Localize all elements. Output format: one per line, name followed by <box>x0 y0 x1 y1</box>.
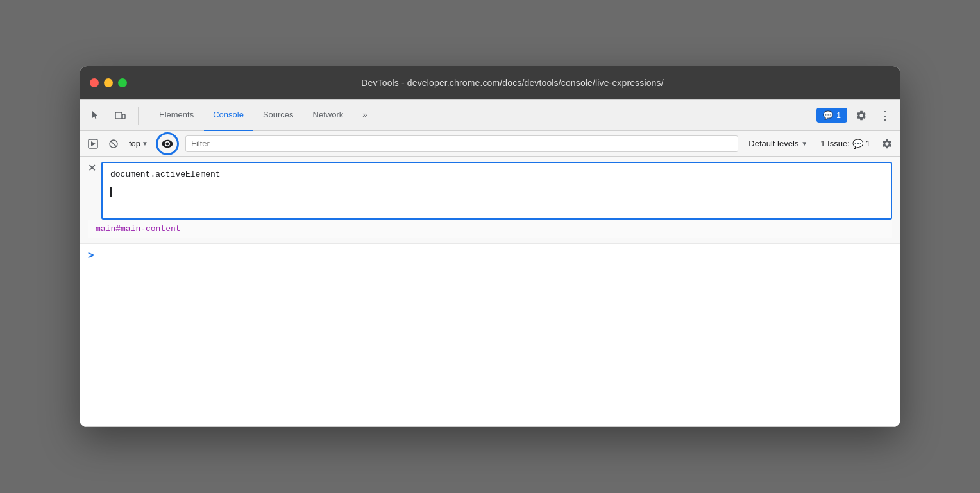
tabbar-icons <box>85 105 142 126</box>
svg-rect-0 <box>115 112 122 119</box>
issue-prefix: 1 Issue: <box>820 139 850 148</box>
svg-line-5 <box>111 141 117 146</box>
run-snippet-icon[interactable] <box>84 135 102 153</box>
live-expression-editor[interactable]: document.activeElement <box>101 162 892 220</box>
devtools-window: DevTools - developer.chrome.com/docs/dev… <box>80 66 900 427</box>
settings-icon[interactable] <box>851 105 872 126</box>
live-expression-header: ✕ document.activeElement <box>88 162 892 220</box>
console-gear-svg <box>881 138 893 150</box>
svg-marker-3 <box>91 141 96 146</box>
maximize-button[interactable] <box>118 78 127 87</box>
issue-count: 1 <box>866 139 870 148</box>
live-expression-result: main#main-content <box>88 220 892 238</box>
issue-chat-icon: 💬 <box>852 139 863 149</box>
traffic-lights <box>90 78 127 87</box>
tabbar: Elements Console Sources Network » 💬 1 <box>80 100 900 131</box>
tabbar-right: 💬 1 ⋮ <box>816 105 895 126</box>
console-settings-icon[interactable] <box>878 135 896 153</box>
prompt-arrow: > <box>88 250 94 261</box>
live-expressions-button[interactable] <box>156 132 179 155</box>
window-title: DevTools - developer.chrome.com/docs/dev… <box>135 78 890 88</box>
device-toggle-icon[interactable] <box>110 105 130 126</box>
clear-console-icon[interactable] <box>105 135 122 153</box>
context-label: top <box>129 139 140 148</box>
filter-input[interactable] <box>185 135 738 152</box>
log-levels-chevron: ▼ <box>801 140 807 147</box>
chevron-down-icon: ▼ <box>142 140 148 147</box>
tab-more[interactable]: » <box>353 100 376 131</box>
live-expression-code: document.activeElement <box>110 169 883 179</box>
text-cursor <box>110 187 112 197</box>
issue-indicator: 1 Issue: 💬 1 <box>815 137 875 151</box>
tab-divider <box>138 107 139 125</box>
console-toolbar: top ▼ Default levels ▼ 1 Issue: 💬 1 <box>80 131 900 157</box>
inspect-element-icon[interactable] <box>85 105 106 126</box>
close-button[interactable] <box>90 78 99 87</box>
context-selector[interactable]: top ▼ <box>125 137 152 150</box>
console-body: ✕ document.activeElement main#main-conte… <box>80 157 900 426</box>
tab-network[interactable]: Network <box>304 100 353 131</box>
devtools-container: Elements Console Sources Network » 💬 1 <box>80 99 900 427</box>
cursor-line <box>110 187 883 197</box>
chat-icon: 💬 <box>823 110 833 120</box>
console-input-row[interactable]: > <box>80 243 900 267</box>
close-expression-button[interactable]: ✕ <box>88 163 96 173</box>
console-input[interactable] <box>99 249 892 262</box>
svg-rect-1 <box>122 114 125 119</box>
tab-console[interactable]: Console <box>204 100 253 131</box>
issues-badge[interactable]: 💬 1 <box>816 108 847 123</box>
tab-elements[interactable]: Elements <box>150 100 203 131</box>
more-menu-icon[interactable]: ⋮ <box>875 106 895 125</box>
tab-sources[interactable]: Sources <box>254 100 303 131</box>
gear-svg <box>856 110 867 121</box>
log-levels-selector[interactable]: Default levels ▼ <box>743 137 813 150</box>
titlebar: DevTools - developer.chrome.com/docs/dev… <box>80 66 900 99</box>
live-expression-container: ✕ document.activeElement main#main-conte… <box>80 157 900 243</box>
log-levels-label: Default levels <box>748 139 798 148</box>
minimize-button[interactable] <box>104 78 113 87</box>
